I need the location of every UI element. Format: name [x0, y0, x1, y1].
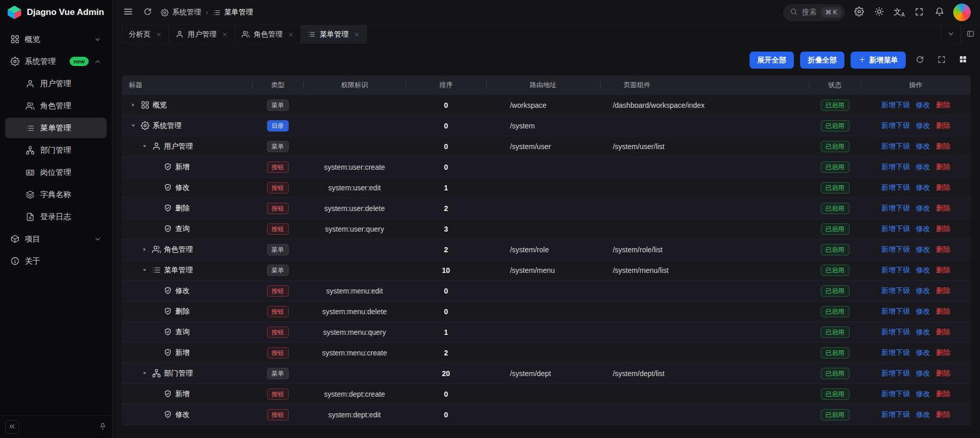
- table-fullscreen-button[interactable]: [934, 53, 949, 68]
- add-child-action[interactable]: 新增下级: [881, 369, 910, 378]
- sidebar-subitem-1-1[interactable]: 角色管理: [5, 95, 107, 116]
- delete-action[interactable]: 删除: [936, 286, 950, 296]
- refresh-page-button[interactable]: [141, 6, 154, 19]
- delete-action[interactable]: 删除: [936, 348, 950, 358]
- delete-action[interactable]: 删除: [936, 328, 950, 337]
- table-row[interactable]: 新增按钮system:dept:create0已启用新增下级修改删除: [122, 384, 971, 404]
- edit-action[interactable]: 修改: [916, 307, 930, 316]
- collapse-row-icon[interactable]: [128, 121, 138, 131]
- close-icon[interactable]: [288, 31, 294, 38]
- add-child-action[interactable]: 新增下级: [881, 224, 910, 234]
- table-row[interactable]: 修改按钮system:menu:edit0已启用新增下级修改删除: [122, 281, 971, 301]
- table-row[interactable]: 修改按钮system:user:edit1已启用新增下级修改删除: [122, 177, 971, 198]
- notifications-button[interactable]: [933, 6, 945, 19]
- logo[interactable]: Djagno Vue Admin: [0, 0, 112, 25]
- add-child-action[interactable]: 新增下级: [881, 183, 910, 192]
- delete-action[interactable]: 删除: [936, 101, 950, 110]
- sidebar-pin-button[interactable]: [99, 423, 107, 432]
- add-child-action[interactable]: 新增下级: [881, 390, 910, 399]
- breadcrumb-item-menu[interactable]: 菜单管理: [213, 8, 253, 17]
- close-icon[interactable]: [354, 31, 360, 38]
- table-row[interactable]: 部门管理菜单20/system/dept/system/dept/list已启用…: [122, 363, 971, 384]
- table-row[interactable]: 用户管理菜单0/system/user/system/user/list已启用新…: [122, 136, 971, 157]
- add-child-action[interactable]: 新增下级: [881, 204, 910, 213]
- tab-layout-button[interactable]: [960, 25, 980, 43]
- edit-action[interactable]: 修改: [916, 204, 930, 213]
- add-child-action[interactable]: 新增下级: [881, 101, 910, 110]
- delete-action[interactable]: 删除: [936, 183, 950, 192]
- edit-action[interactable]: 修改: [916, 183, 930, 192]
- table-row[interactable]: 查询按钮system:user:query3已启用新增下级修改删除: [122, 219, 971, 239]
- sidebar-subitem-1-2[interactable]: 菜单管理: [5, 118, 107, 138]
- table-row[interactable]: 删除按钮system:menu:delete0已启用新增下级修改删除: [122, 301, 971, 322]
- edit-action[interactable]: 修改: [916, 101, 930, 110]
- table-row[interactable]: 查询按钮system:menu:query1已启用新增下级修改删除: [122, 322, 971, 343]
- collapse-row-icon[interactable]: [140, 369, 149, 378]
- edit-action[interactable]: 修改: [916, 224, 930, 234]
- breadcrumb-item-system[interactable]: 系统管理: [161, 8, 201, 17]
- sidebar-subitem-1-3[interactable]: 部门管理: [5, 140, 107, 160]
- tab-2[interactable]: 角色管理: [235, 25, 301, 43]
- add-child-action[interactable]: 新增下级: [881, 121, 910, 131]
- close-icon[interactable]: [156, 31, 162, 38]
- column-settings-button[interactable]: [955, 53, 971, 68]
- edit-action[interactable]: 修改: [916, 410, 930, 419]
- add-child-action[interactable]: 新增下级: [881, 307, 910, 316]
- add-child-action[interactable]: 新增下级: [881, 410, 910, 419]
- add-child-action[interactable]: 新增下级: [881, 163, 910, 172]
- tab-0[interactable]: 分析页: [122, 25, 169, 43]
- search-input[interactable]: 搜索 ⌘ K: [783, 4, 845, 21]
- sidebar-item-0[interactable]: 概览: [5, 29, 107, 50]
- delete-action[interactable]: 删除: [936, 369, 950, 378]
- menu-toggle-button[interactable]: [122, 6, 134, 19]
- edit-action[interactable]: 修改: [916, 390, 930, 399]
- theme-toggle-button[interactable]: [873, 6, 885, 19]
- refresh-table-button[interactable]: [912, 53, 927, 68]
- edit-action[interactable]: 修改: [916, 328, 930, 337]
- add-child-action[interactable]: 新增下级: [881, 348, 910, 358]
- close-icon[interactable]: [222, 31, 228, 38]
- delete-action[interactable]: 删除: [936, 266, 950, 275]
- delete-action[interactable]: 删除: [936, 410, 950, 419]
- delete-action[interactable]: 删除: [936, 224, 950, 234]
- collapse-row-icon[interactable]: [140, 266, 149, 275]
- expand-row-icon[interactable]: [128, 101, 138, 110]
- delete-action[interactable]: 删除: [936, 390, 950, 399]
- sidebar-subitem-1-4[interactable]: 岗位管理: [5, 162, 107, 183]
- expand-all-button[interactable]: 展开全部: [750, 52, 794, 69]
- table-row[interactable]: 系统管理目录0/system已启用新增下级修改删除: [122, 116, 971, 136]
- sidebar-item-2[interactable]: 项目: [5, 229, 107, 249]
- sidebar-collapse-button[interactable]: [5, 420, 19, 434]
- table-row[interactable]: 概览菜单0/workspace/dashboard/workspace/inde…: [122, 95, 971, 116]
- delete-action[interactable]: 删除: [936, 163, 950, 172]
- table-row[interactable]: 角色管理菜单2/system/role/system/role/list已启用新…: [122, 239, 971, 260]
- edit-action[interactable]: 修改: [916, 142, 930, 151]
- table-row[interactable]: 新增按钮system:user:create0已启用新增下级修改删除: [122, 157, 971, 177]
- tab-1[interactable]: 用户管理: [169, 25, 235, 43]
- delete-action[interactable]: 删除: [936, 142, 950, 151]
- language-button[interactable]: 文A: [893, 6, 905, 19]
- sidebar-subitem-1-6[interactable]: 登录日志: [5, 206, 107, 227]
- edit-action[interactable]: 修改: [916, 121, 930, 131]
- user-avatar[interactable]: [953, 4, 971, 21]
- delete-action[interactable]: 删除: [936, 121, 950, 131]
- sidebar-subitem-1-0[interactable]: 用户管理: [5, 73, 107, 94]
- table-row[interactable]: 删除按钮system:user:delete2已启用新增下级修改删除: [122, 198, 971, 219]
- edit-action[interactable]: 修改: [916, 245, 930, 254]
- add-child-action[interactable]: 新增下级: [881, 328, 910, 337]
- sidebar-item-3[interactable]: 关于: [5, 251, 107, 271]
- table-row[interactable]: 菜单管理菜单10/system/menu/system/menu/list已启用…: [122, 260, 971, 281]
- sidebar-subitem-1-5[interactable]: 字典名称: [5, 184, 107, 205]
- sidebar-item-1[interactable]: 系统管理new: [5, 51, 107, 72]
- expand-row-icon[interactable]: [140, 245, 149, 254]
- add-menu-button[interactable]: 新增菜单: [851, 52, 906, 69]
- delete-action[interactable]: 删除: [936, 245, 950, 254]
- edit-action[interactable]: 修改: [916, 348, 930, 358]
- delete-action[interactable]: 删除: [936, 307, 950, 316]
- add-child-action[interactable]: 新增下级: [881, 142, 910, 151]
- tab-menu-button[interactable]: [941, 25, 960, 43]
- tab-3[interactable]: 菜单管理: [301, 25, 367, 43]
- edit-action[interactable]: 修改: [916, 266, 930, 275]
- settings-button[interactable]: [853, 6, 865, 19]
- edit-action[interactable]: 修改: [916, 163, 930, 172]
